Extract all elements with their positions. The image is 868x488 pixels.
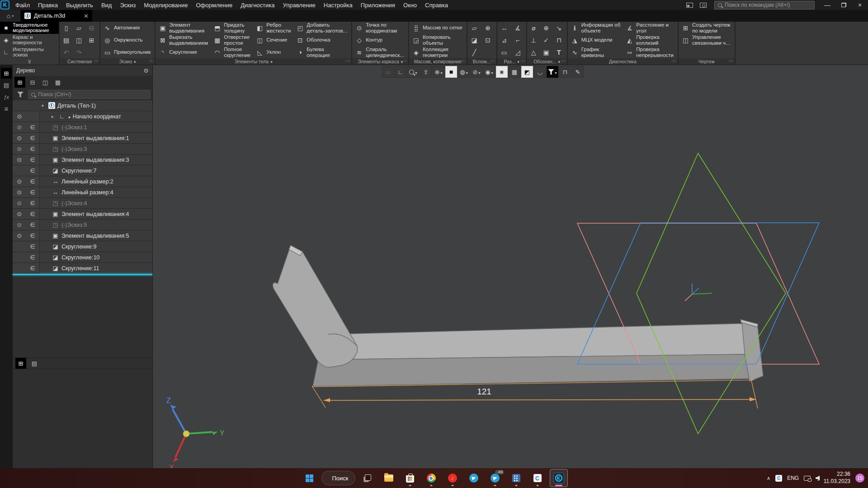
ribbon-button[interactable]: Управление связанными ч... [679,34,734,46]
visibility-eye-icon[interactable] [13,263,26,273]
visibility-eye-icon[interactable] [13,155,26,165]
visibility-eye-icon[interactable] [13,165,26,176]
viewport-tool-button[interactable] [407,66,419,78]
ribbon-button[interactable] [481,24,496,32]
relation-icon[interactable] [26,122,40,132]
ribbon-group-footer[interactable]: Диагностика [568,58,678,65]
notification-count-badge[interactable]: 15 [855,474,864,483]
tray-compass-icon[interactable] [775,475,782,482]
layout-panels-icon[interactable] [684,1,694,9]
taskbar-app-button[interactable]: ..03 [486,469,504,487]
ribbon-button[interactable] [481,37,496,44]
expander-icon[interactable] [52,114,56,119]
taskbar-app-button[interactable] [300,469,318,487]
viewport-tool-button[interactable] [572,66,584,78]
menu-item[interactable]: Эскиз [116,0,140,10]
menu-item[interactable]: Приложения [357,0,399,10]
viewport-tool-button[interactable] [420,66,432,78]
ribbon-button[interactable] [467,49,483,56]
viewport-tool-button[interactable] [433,66,444,78]
relation-icon[interactable] [26,241,40,252]
viewport-canvas[interactable]: 121 Z Y X [153,65,868,468]
visibility-eye-icon[interactable] [13,144,26,154]
ribbon-group-footer[interactable]: Раз... [497,58,526,65]
ribbon-button[interactable]: Полное скругление [211,46,254,58]
3d-viewport[interactable]: 121 Z Y X [153,65,868,468]
ribbon-button[interactable]: Отверстие простое [211,34,254,46]
relation-icon[interactable] [26,155,40,165]
document-tab[interactable]: Деталь.m3d ✕ [21,10,92,22]
ribbon-group-footer[interactable]: Массив, копирование [409,58,467,65]
ribbon-button[interactable] [85,24,100,32]
menu-item[interactable]: Настройка [320,0,357,10]
ribbon-button[interactable] [510,37,526,44]
taskbar-app-button[interactable] [359,469,377,487]
viewport-tool-button[interactable] [547,66,558,78]
visibility-eye-icon[interactable] [13,111,26,122]
visibility-eye-icon[interactable] [13,241,26,252]
ribbon-button[interactable]: Контур [353,34,407,46]
model-3d[interactable] [273,245,763,386]
viewport-tool-button[interactable] [559,66,571,78]
ribbon-button[interactable] [72,49,88,56]
relation-icon[interactable] [26,220,40,230]
viewport-tool-button[interactable] [496,66,508,78]
ribbon-button[interactable]: Элемент выдавливания [156,22,211,34]
taskbar-app-button[interactable] [550,469,568,487]
ribbon-group-footer[interactable]: Элементы каркаса [352,58,408,65]
menu-item[interactable]: Выделить [62,0,97,10]
relation-icon[interactable] [26,230,40,241]
viewport-tool-button[interactable] [509,66,520,78]
menu-item[interactable]: Правка [34,0,62,10]
tree-bottom-tab[interactable] [15,358,26,369]
tree-row[interactable]: Скругление:11 [13,263,152,274]
ribbon-button[interactable]: Оболочка [294,34,350,46]
tree-row[interactable]: Скругление:9 [13,241,152,252]
ribbon-button[interactable]: Ребро жесткости [254,22,294,34]
panel-tab[interactable] [1,68,12,79]
ribbon-collapse-button[interactable]: ≫ [0,58,59,65]
ribbon-button[interactable]: Уклон [254,46,294,58]
tree-root-row[interactable]: Деталь (Тел-1) [13,100,152,111]
tree-row[interactable]: Скругление:7 [13,165,152,176]
menu-item[interactable]: Диагностика [236,0,278,10]
visibility-eye-icon[interactable] [13,252,26,263]
ribbon-button[interactable]: Окружность [101,34,154,46]
ribbon-button[interactable]: МЦХ модели [569,34,624,46]
ribbon-button[interactable]: Массив по сетке [410,22,466,34]
coordinate-triad[interactable]: Z Y X [166,397,225,468]
ribbon-group-footer[interactable]: Обознач... [527,58,567,65]
taskbar-app-button[interactable] [380,469,398,487]
relation-icon[interactable] [26,187,40,197]
ribbon-button[interactable]: Создать чертеж по модели [679,22,734,34]
ribbon-button[interactable]: Проверка непрерывности [623,46,677,58]
ribbon-group-footer[interactable]: Элементы тела [156,58,351,65]
tree-row[interactable]: (-)Эскиз:3 [13,144,152,155]
menu-item[interactable]: Вид [97,0,116,10]
tree-bottom-tab[interactable] [29,358,40,369]
menu-item[interactable]: Файл [11,0,34,10]
relation-icon[interactable] [26,198,40,208]
ribbon-button[interactable] [552,37,567,44]
taskbar-app-button[interactable] [465,469,483,487]
tree-row[interactable]: Элемент выдавливания:1 [13,133,152,144]
clock[interactable]: 22:36 11.03.2023 [824,471,850,485]
ribbon-button[interactable]: График кривизны [569,46,624,58]
menu-item[interactable]: Управление [279,0,320,10]
viewport-tool-button[interactable] [483,66,495,78]
relation-icon[interactable] [26,133,40,143]
dimension-value[interactable]: 121 [477,387,491,396]
taskbar-app-button[interactable]: Поиск [321,471,355,485]
gear-icon[interactable]: ⚙ [143,67,149,74]
panel-tab[interactable] [1,91,12,102]
ribbon-button[interactable]: Вырезать выдавливанием [156,34,211,46]
viewport-tool-button[interactable] [458,66,470,78]
close-button[interactable]: × [852,0,868,10]
plane-outlines[interactable] [577,153,819,434]
mode-item[interactable]: Каркас и поверхности [0,34,59,46]
ribbon-button[interactable]: Информация об объекте [569,22,624,34]
tree-toolbar-button[interactable] [52,77,63,88]
ribbon-button[interactable]: Булева операция [294,46,350,58]
tree-search-input[interactable]: Поиск (Ctrl+/) [28,90,151,99]
menu-item[interactable]: Окно [399,0,421,10]
